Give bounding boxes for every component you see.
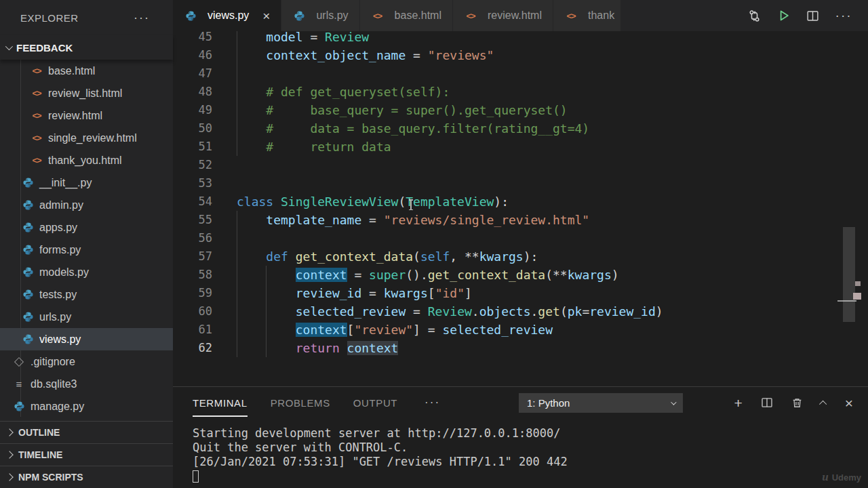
code-line-56[interactable]: 56 (173, 229, 868, 247)
explorer-sidebar: EXPLORER ··· FEEDBACK <>base.html<>revie… (0, 0, 173, 488)
line-text: # def get_queryset(self): (237, 83, 450, 101)
split-editor-button[interactable] (806, 9, 819, 22)
tab-views.py[interactable]: views.py× (173, 0, 281, 31)
line-number: 60 (173, 302, 212, 321)
code-line-45[interactable]: 45 model = Review (173, 31, 868, 46)
file-item-urls.py[interactable]: urls.py (0, 306, 173, 328)
code-line-50[interactable]: 50 # data = base_query.filter(rating__gt… (173, 119, 868, 138)
udemy-watermark-text: Udemy (832, 472, 861, 483)
chevron-right-icon (5, 473, 13, 481)
editor-group: views.py×urls.py<>base.html<>review.html… (173, 0, 868, 488)
overview-ruler-mark (853, 293, 861, 300)
code-line-57[interactable]: 57 def get_context_data(self, **kwargs): (173, 247, 868, 266)
file-tree: <>base.html<>review_list.html<>review.ht… (0, 60, 173, 418)
line-text: def get_context_data(self, **kwargs): (237, 247, 538, 266)
more-actions-button[interactable]: ··· (835, 8, 852, 23)
split-terminal-button[interactable] (761, 396, 773, 409)
chevron-down-icon (5, 43, 13, 50)
maximize-panel-button[interactable] (821, 396, 827, 409)
line-text: # return data (237, 138, 391, 156)
gitignore-icon (12, 359, 26, 365)
line-text: return context (237, 339, 398, 357)
overview-ruler-cursor-line (837, 300, 856, 302)
tab-base.html[interactable]: <>base.html (360, 0, 453, 31)
explorer-more-actions-icon[interactable]: ··· (134, 11, 150, 25)
panel-header: TERMINALPROBLEMSOUTPUT··· 1: Python +× (173, 387, 868, 418)
python-icon (21, 244, 35, 256)
code-line-58[interactable]: 58 context = super().get_context_data(**… (173, 266, 868, 284)
code-line-51[interactable]: 51 # return data (173, 138, 868, 156)
file-item-thank_you.html[interactable]: <>thank_you.html (0, 149, 173, 171)
file-item-apps.py[interactable]: apps.py (0, 216, 173, 239)
file-item-db.sqlite3[interactable]: ≡db.sqlite3 (0, 373, 173, 395)
panel-actions: +× (734, 387, 853, 418)
udemy-watermark: u Udemy (822, 470, 861, 484)
tab-review.html[interactable]: <>review.html (453, 0, 553, 31)
code-editor[interactable]: 45 model = Review46 context_object_name … (173, 31, 868, 386)
code-line-47[interactable]: 47 (173, 64, 868, 83)
section-timeline[interactable]: TIMELINE (0, 443, 173, 466)
file-item-tests.py[interactable]: tests.py (0, 283, 173, 306)
line-number: 50 (173, 119, 212, 138)
file-item-admin.py[interactable]: admin.py (0, 194, 173, 216)
editor-scrollbar[interactable] (843, 227, 855, 322)
code-line-48[interactable]: 48 # def get_queryset(self): (173, 83, 868, 101)
python-icon (21, 222, 35, 233)
html-icon: <> (30, 88, 43, 98)
tab-label: review.html (488, 9, 542, 22)
panel-tab-output[interactable]: OUTPUT (353, 393, 397, 413)
sidebar-bottom-sections: OUTLINETIMELINENPM SCRIPTS (0, 421, 173, 488)
section-npm-scripts[interactable]: NPM SCRIPTS (0, 466, 173, 488)
folder-section-feedback[interactable]: FEEDBACK (0, 35, 173, 60)
code-line-54[interactable]: 54class SingleReviewView(TemplateView): (173, 192, 868, 211)
mouse-ibeam-cursor (410, 199, 412, 210)
close-panel-button[interactable]: × (845, 396, 853, 410)
code-line-61[interactable]: 61 context["review"] = selected_review (173, 321, 868, 339)
file-item-base.html[interactable]: <>base.html (0, 60, 173, 82)
code-line-59[interactable]: 59 review_id = kwargs["id"] (173, 284, 868, 302)
terminal-shell-label: 1: Python (527, 397, 570, 409)
file-item-manage.py[interactable]: manage.py (0, 395, 173, 418)
file-name: apps.py (39, 222, 77, 234)
file-item-.gitignore[interactable]: .gitignore (0, 350, 173, 373)
kill-terminal-button[interactable] (791, 397, 803, 409)
panel-more-actions-icon[interactable]: ··· (425, 396, 440, 409)
code-line-52[interactable]: 52 (173, 156, 868, 174)
terminal-output[interactable]: Starting development server at http://12… (193, 426, 868, 483)
open-changes-icon[interactable] (748, 9, 761, 22)
terminal-shell-dropdown[interactable]: 1: Python (519, 393, 683, 413)
line-number: 47 (173, 64, 212, 83)
code-line-49[interactable]: 49 # base_query = super().get_queryset() (173, 101, 868, 119)
file-item-forms.py[interactable]: forms.py (0, 239, 173, 261)
code-line-60[interactable]: 60 selected_review = Review.objects.get(… (173, 302, 868, 321)
tab-urls.py[interactable]: urls.py (281, 0, 359, 31)
code-line-55[interactable]: 55 template_name = "reviews/single_revie… (173, 211, 868, 229)
file-item-review_list.html[interactable]: <>review_list.html (0, 82, 173, 104)
file-item-views.py[interactable]: views.py (0, 328, 173, 350)
line-number: 49 (173, 101, 212, 119)
code-line-53[interactable]: 53 (173, 174, 868, 192)
file-item-review.html[interactable]: <>review.html (0, 104, 173, 127)
explorer-title: EXPLORER (20, 12, 79, 24)
file-item-__init__.py[interactable]: __init__.py (0, 171, 173, 194)
line-number: 51 (173, 138, 212, 156)
tab-thank[interactable]: <>thank (553, 0, 621, 31)
file-item-single_review.html[interactable]: <>single_review.html (0, 127, 173, 149)
code-line-62[interactable]: 62 return context (173, 339, 868, 357)
section-outline[interactable]: OUTLINE (0, 421, 173, 443)
file-name: review_list.html (48, 87, 122, 100)
new-terminal-button[interactable]: + (734, 396, 742, 410)
file-name: review.html (48, 110, 102, 122)
panel-tab-problems[interactable]: PROBLEMS (271, 393, 330, 413)
panel-tab-terminal[interactable]: TERMINAL (193, 393, 248, 413)
line-text: context_object_name = "reviews" (237, 46, 494, 64)
close-icon[interactable]: × (262, 9, 270, 22)
terminal-cursor (193, 470, 199, 483)
panel-tabs: TERMINALPROBLEMSOUTPUT··· (193, 393, 440, 413)
code-line-46[interactable]: 46 context_object_name = "reviews" (173, 46, 868, 64)
file-name: urls.py (39, 311, 71, 323)
run-python-file-button[interactable] (777, 9, 791, 22)
editor-tab-bar: views.py×urls.py<>base.html<>review.html… (173, 0, 868, 31)
file-item-models.py[interactable]: models.py (0, 261, 173, 283)
html-icon: <> (30, 110, 43, 121)
